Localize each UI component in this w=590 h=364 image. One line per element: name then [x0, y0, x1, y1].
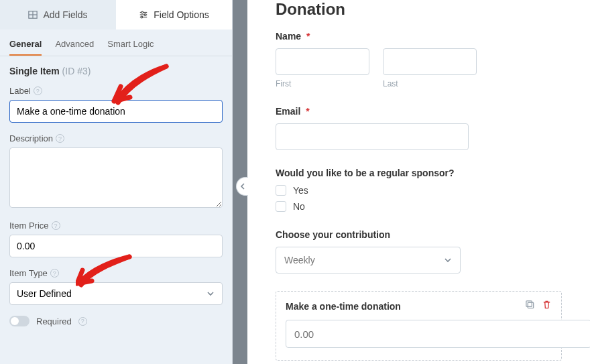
item-type-select[interactable]: [9, 282, 223, 305]
description-row: Description ?: [9, 133, 223, 210]
sidebar: Add Fields Field Options General Advance…: [0, 0, 233, 364]
selected-field-single-item[interactable]: Make a one-time donation 0.00: [276, 291, 562, 361]
email-field[interactable]: Email *: [276, 106, 562, 150]
required-toggle[interactable]: [9, 316, 30, 326]
sponsor-field[interactable]: Would you like to be a regular sponsor? …: [276, 168, 562, 212]
donation-amount-input[interactable]: 0.00: [286, 320, 590, 348]
tab-field-options[interactable]: Field Options: [116, 0, 232, 29]
tab-add-fields-label: Add Fields: [43, 9, 87, 20]
subtab-general[interactable]: General: [9, 39, 42, 56]
contribution-field[interactable]: Choose your contribution Weekly: [276, 229, 562, 274]
required-label: Required: [36, 316, 72, 326]
subtab-smart-logic[interactable]: Smart Logic: [107, 39, 154, 56]
trash-icon[interactable]: [542, 300, 552, 310]
email-label: Email: [276, 106, 300, 117]
svg-point-6: [144, 14, 146, 16]
form-preview: Donation Name * First Last: [247, 0, 590, 364]
chevron-down-icon: [444, 256, 452, 264]
contribution-select[interactable]: Weekly: [276, 247, 461, 274]
help-icon[interactable]: ?: [50, 269, 59, 278]
svg-point-4: [141, 11, 143, 13]
help-icon[interactable]: ?: [34, 86, 42, 95]
help-icon[interactable]: ?: [56, 134, 64, 143]
item-price-row: Item Price ?: [9, 221, 223, 257]
help-icon[interactable]: ?: [52, 221, 60, 230]
item-price-label: Item Price: [9, 221, 49, 231]
svg-rect-10: [526, 301, 532, 306]
item-price-input[interactable]: [9, 235, 223, 257]
sponsor-option-no[interactable]: No: [276, 201, 562, 212]
sub-tabs: General Advanced Smart Logic: [0, 29, 232, 56]
subtab-advanced[interactable]: Advanced: [55, 39, 94, 56]
single-item-header: Single Item (ID #3): [9, 66, 223, 76]
contribution-value: Weekly: [284, 255, 315, 265]
option-yes-label: Yes: [293, 185, 308, 196]
item-type-label: Item Type: [9, 268, 48, 278]
required-row: Required ?: [9, 316, 223, 326]
single-item-title: Single Item: [9, 66, 60, 76]
required-star: *: [306, 31, 310, 42]
label-input[interactable]: [9, 100, 223, 123]
contribution-label: Choose your contribution: [276, 229, 562, 240]
description-textarea[interactable]: [9, 147, 223, 208]
label-row: Label ?: [9, 86, 223, 123]
checkbox-icon: [276, 185, 286, 196]
top-tabs: Add Fields Field Options: [0, 0, 232, 29]
last-name-input[interactable]: [383, 48, 477, 75]
required-star: *: [306, 106, 309, 117]
svg-point-8: [141, 16, 143, 18]
tab-field-options-label: Field Options: [154, 9, 209, 20]
sponsor-option-yes[interactable]: Yes: [276, 185, 562, 196]
options-panel: Single Item (ID #3) Label ? Description …: [0, 56, 232, 340]
svg-rect-9: [528, 302, 533, 308]
first-sublabel: First: [276, 79, 369, 88]
item-type-row: Item Type ?: [9, 268, 223, 305]
label-field-label: Label: [9, 86, 31, 96]
email-input[interactable]: [276, 123, 469, 150]
name-field[interactable]: Name * First Last: [276, 31, 562, 88]
selected-field-label: Make a one-time donation: [286, 301, 552, 312]
name-label: Name: [276, 31, 301, 42]
panel-divider: [233, 0, 247, 364]
description-field-label: Description: [9, 133, 53, 143]
single-item-id: (ID #3): [62, 66, 91, 76]
help-icon[interactable]: ?: [78, 317, 87, 326]
sliders-icon: [139, 10, 148, 19]
form-title: Donation: [276, 0, 581, 19]
sponsor-label: Would you like to be a regular sponsor?: [276, 168, 562, 178]
panel-collapse-handle[interactable]: [236, 177, 248, 196]
donation-amount-value: 0.00: [294, 328, 314, 340]
grid-icon: [28, 10, 38, 19]
first-name-input[interactable]: [276, 48, 369, 75]
last-sublabel: Last: [383, 79, 477, 88]
option-no-label: No: [293, 201, 305, 212]
checkbox-icon: [276, 201, 286, 212]
tab-add-fields[interactable]: Add Fields: [0, 0, 116, 29]
duplicate-icon[interactable]: [525, 300, 535, 310]
